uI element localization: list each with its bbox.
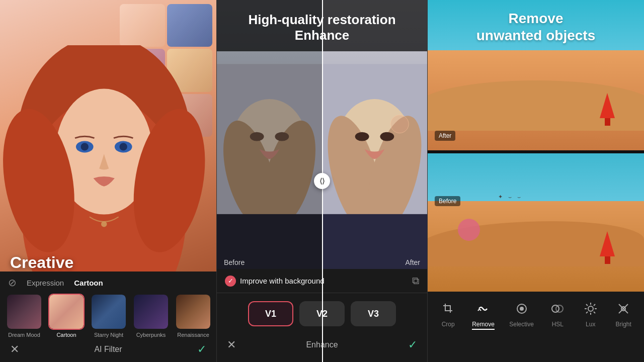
filter-item-renaissance[interactable]: Renaissance — [174, 294, 212, 339]
svg-point-15 — [275, 132, 289, 141]
after-label: After — [405, 258, 420, 266]
panel3-toolbar: Crop Remove — [428, 292, 644, 362]
panel1-bottom-bar: ⊘ Expression Cartoon Dream Mood Cartoon — [0, 272, 216, 362]
bright-label: Bright — [616, 321, 631, 328]
selective-label: Selective — [509, 321, 534, 328]
svg-point-7 — [81, 143, 89, 150]
tool-selective[interactable]: Selective — [509, 300, 534, 328]
filter-item-dream-mood[interactable]: Dream Mood — [5, 294, 43, 339]
filter-tabs-row: ⊘ Expression Cartoon — [0, 272, 216, 294]
filter-item-starry-night[interactable]: Starry Night — [90, 294, 128, 339]
birds-decoration: ✦ ⌣ ⌣ — [498, 194, 523, 200]
svg-rect-28 — [605, 256, 610, 264]
filter-thumbnails-row: Dream Mood Cartoon Starry Night Cyberpun… — [0, 294, 216, 339]
improve-check-icon[interactable]: ✓ — [225, 276, 236, 287]
svg-line-41 — [586, 312, 588, 313]
filter-item-cyberpunks[interactable]: Cyberpunks — [132, 294, 170, 339]
filter-item-cartoon[interactable]: Cartoon — [47, 294, 86, 339]
after-badge: After — [435, 131, 455, 141]
confirm-enhance-button[interactable]: ✓ — [408, 338, 417, 351]
svg-point-33 — [588, 306, 593, 311]
ai-filter-label: AI Filter — [94, 345, 122, 354]
svg-rect-26 — [605, 118, 610, 126]
tools-row: Crop Remove — [428, 292, 644, 330]
before-badge: Before — [435, 196, 460, 206]
selective-icon — [513, 300, 531, 318]
figure-after-svg — [599, 93, 616, 128]
active-tool-underline — [472, 329, 495, 330]
tool-lux[interactable]: Lux — [582, 300, 600, 328]
svg-marker-27 — [600, 231, 615, 256]
panel-ai-filters: Creative AI filters ⊘ Expression Cartoon… — [0, 0, 216, 362]
lux-label: Lux — [586, 321, 595, 328]
svg-point-21 — [355, 132, 369, 141]
cancel-enhance-button[interactable]: ✕ — [227, 338, 236, 351]
svg-point-14 — [250, 132, 264, 141]
hsl-icon — [548, 300, 567, 318]
tab-expression[interactable]: Expression — [27, 279, 64, 287]
improve-label: Improve with background — [240, 277, 412, 285]
panel-remove-objects: Remove unwanted objects After ✦ ⌣ ⌣ Befo… — [428, 0, 644, 362]
bright-icon — [614, 300, 632, 318]
tool-remove[interactable]: Remove — [472, 300, 495, 330]
collage-thumb-1 — [120, 4, 165, 47]
brush-circle — [458, 219, 480, 241]
remove-icon — [474, 300, 492, 318]
collage-thumb-2 — [167, 4, 212, 47]
svg-line-40 — [594, 304, 595, 306]
tab-cartoon[interactable]: Cartoon — [74, 279, 103, 287]
panel1-action-bar: ✕ AI Filter ✓ — [0, 339, 216, 362]
svg-line-39 — [594, 312, 595, 313]
version-v3-button[interactable]: V3 — [351, 301, 396, 326]
figure-before-svg — [599, 231, 616, 266]
remove-label: Remove — [472, 321, 495, 328]
svg-point-22 — [380, 132, 394, 141]
remove-objects-title: Remove unwanted objects — [428, 10, 644, 44]
lux-icon — [582, 300, 600, 318]
crop-icon — [439, 300, 457, 318]
version-v1-button[interactable]: V1 — [248, 301, 293, 326]
confirm-button[interactable]: ✓ — [197, 343, 206, 356]
panel-enhance: High-quality restoration Enhance ⟨⟩ — [216, 0, 428, 362]
svg-line-38 — [586, 304, 588, 306]
crop-label: Crop — [442, 321, 455, 328]
panel3-divider — [428, 150, 644, 153]
tool-bright[interactable]: Bright — [614, 300, 632, 328]
svg-point-30 — [520, 307, 523, 310]
divider-handle[interactable]: ⟨⟩ — [314, 173, 330, 189]
compare-icon[interactable]: ⧉ — [412, 275, 419, 287]
cancel-button[interactable]: ✕ — [10, 343, 19, 356]
desert-before-scene: ✦ ⌣ ⌣ — [428, 153, 644, 292]
tool-hsl[interactable]: HSL — [548, 300, 567, 328]
before-label: Before — [224, 258, 245, 266]
svg-marker-25 — [600, 93, 615, 118]
cancel-filter-icon[interactable]: ⊘ — [8, 277, 17, 289]
svg-point-23 — [390, 115, 409, 133]
hsl-label: HSL — [552, 321, 564, 328]
svg-point-8 — [119, 143, 127, 150]
tool-crop[interactable]: Crop — [439, 300, 457, 328]
